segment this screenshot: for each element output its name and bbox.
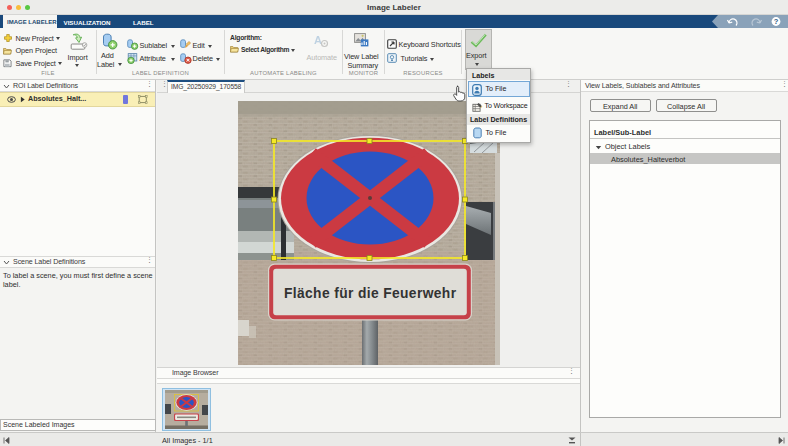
svg-text:A: A <box>314 34 322 46</box>
svg-text:?: ? <box>774 17 779 26</box>
svg-text:Fläche für die Feuerwehr: Fläche für die Feuerwehr <box>284 286 457 301</box>
